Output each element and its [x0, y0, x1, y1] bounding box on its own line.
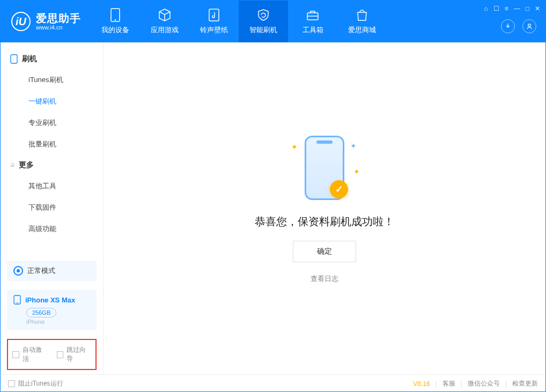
nav-apps-games[interactable]: 应用游戏: [140, 1, 189, 42]
device-name: iPhone XS Max: [25, 296, 75, 304]
sparkle-icon: ✦: [291, 143, 298, 151]
nav-label: 智能刷机: [249, 25, 277, 35]
device-type: iPhone: [26, 319, 90, 325]
svg-point-8: [17, 302, 18, 304]
svg-point-5: [528, 24, 531, 27]
titlebar-controls: ⌂ ☐ ≡ — □ ✕: [484, 5, 540, 12]
sidebar-item-batch-flash[interactable]: 批量刷机: [1, 134, 103, 155]
version-label: V8.16: [413, 380, 430, 388]
list-icon: ≡: [10, 161, 14, 169]
sidebar-item-other-tools[interactable]: 其他工具: [1, 175, 103, 197]
feedback-icon[interactable]: ☐: [493, 5, 499, 12]
nav-label: 爱思商城: [348, 25, 376, 35]
sidebar-item-oneclick-flash[interactable]: 一键刷机: [1, 91, 103, 112]
checkbox-auto-activate[interactable]: 自动激活: [12, 345, 47, 364]
brand-logo-icon: iU: [11, 12, 31, 31]
checkbox-block-itunes[interactable]: 阻止iTunes运行: [8, 379, 63, 388]
checkbox-icon: [57, 351, 64, 358]
footer-right: V8.16 | 客服 | 微信公众号 | 检查更新: [413, 379, 538, 388]
svg-rect-2: [209, 9, 219, 21]
cube-icon: [158, 8, 172, 22]
close-icon[interactable]: ✕: [535, 5, 540, 12]
download-icon[interactable]: [501, 19, 515, 33]
tshirt-icon[interactable]: ⌂: [484, 5, 488, 12]
nav-ringtones-wallpapers[interactable]: 铃声壁纸: [189, 1, 239, 42]
sidebar: 刷机 iTunes刷机 一键刷机 专业刷机 批量刷机 ≡ 更多 其他工具 下载固…: [1, 42, 104, 374]
footer: 阻止iTunes运行 V8.16 | 客服 | 微信公众号 | 检查更新: [1, 374, 545, 392]
toolbox-icon: [306, 8, 320, 22]
user-icon[interactable]: [522, 19, 536, 33]
checkbox-label: 阻止iTunes运行: [18, 379, 63, 388]
nav-smart-flash[interactable]: 智能刷机: [239, 1, 288, 42]
ok-button[interactable]: 确定: [293, 241, 356, 262]
sidebar-item-download-firmware[interactable]: 下载固件: [1, 197, 103, 218]
phone-outline-icon: [10, 54, 18, 64]
checkbox-label: 自动激活: [23, 345, 47, 364]
nav-label: 工具箱: [302, 25, 323, 35]
brand-text: 爱思助手 www.i4.cn: [36, 12, 81, 31]
sidebar-group-label: 更多: [19, 160, 34, 170]
sidebar-group-more: ≡ 更多: [1, 155, 103, 175]
nav-my-device[interactable]: 我的设备: [91, 1, 140, 42]
main-content: ✦ ✦ ✦ ✓ 恭喜您，保资料刷机成功啦！ 确定 查看日志: [104, 42, 545, 374]
mode-status-box[interactable]: 正常模式: [7, 261, 97, 281]
refresh-shield-icon: [256, 8, 270, 22]
sparkle-icon: ✦: [353, 167, 360, 176]
checkbox-icon: [8, 380, 15, 387]
phone-icon: [108, 8, 122, 22]
music-file-icon: [207, 8, 221, 22]
sidebar-item-advanced[interactable]: 高级功能: [1, 218, 103, 240]
device-capacity: 256GB: [26, 308, 56, 317]
device-phone-icon: [13, 295, 21, 305]
device-info-box[interactable]: iPhone XS Max 256GB iPhone: [7, 290, 97, 330]
brand-title: 爱思助手: [36, 12, 81, 24]
sidebar-item-itunes-flash[interactable]: iTunes刷机: [1, 69, 103, 91]
header-circle-icons: [501, 19, 536, 33]
nav-label: 我的设备: [101, 25, 129, 35]
success-message: 恭喜您，保资料刷机成功啦！: [255, 215, 394, 229]
nav-label: 铃声壁纸: [200, 25, 228, 35]
brand-subtitle: www.i4.cn: [36, 24, 81, 31]
maximize-icon[interactable]: □: [526, 5, 529, 12]
footer-link-update[interactable]: 检查更新: [512, 379, 538, 388]
footer-link-support[interactable]: 客服: [442, 379, 455, 388]
nav-toolbox[interactable]: 工具箱: [288, 1, 337, 42]
checkbox-label: 跳过向导: [67, 345, 91, 364]
sidebar-group-label: 刷机: [22, 54, 37, 64]
minimize-icon[interactable]: —: [514, 5, 520, 12]
checkbox-skip-guide[interactable]: 跳过向导: [57, 345, 92, 364]
nav-store[interactable]: 爱思商城: [337, 1, 387, 42]
separator: |: [461, 380, 462, 388]
checkmark-badge-icon: ✓: [330, 180, 348, 198]
sidebar-group-flash: 刷机: [1, 49, 103, 69]
svg-rect-6: [11, 55, 17, 63]
nav-label: 应用游戏: [151, 25, 179, 35]
mode-label: 正常模式: [27, 266, 55, 276]
svg-point-1: [115, 19, 116, 21]
checkbox-icon: [12, 351, 19, 358]
separator: |: [505, 380, 507, 388]
top-nav: 我的设备 应用游戏 铃声壁纸 智能刷机 工具箱 爱思商城: [91, 1, 387, 42]
device-name-row: iPhone XS Max: [13, 295, 90, 305]
sparkle-icon: ✦: [350, 142, 357, 150]
separator: |: [436, 380, 437, 388]
footer-link-wechat[interactable]: 微信公众号: [468, 379, 500, 388]
mode-indicator-icon: [13, 266, 23, 276]
bag-icon: [355, 8, 369, 22]
brand: iU 爱思助手 www.i4.cn: [1, 1, 91, 42]
options-highlight-box: 自动激活 跳过向导: [7, 339, 97, 370]
view-log-link[interactable]: 查看日志: [311, 274, 338, 284]
menu-icon[interactable]: ≡: [505, 5, 508, 12]
sidebar-item-pro-flash[interactable]: 专业刷机: [1, 112, 103, 134]
header: iU 爱思助手 www.i4.cn 我的设备 应用游戏 铃声壁纸 智能刷机 工具…: [1, 1, 545, 42]
success-illustration: ✦ ✦ ✦ ✓: [282, 133, 367, 203]
